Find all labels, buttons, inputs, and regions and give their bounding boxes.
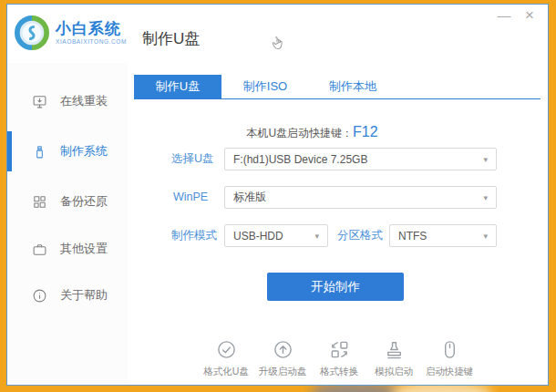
backup-restore-icon	[32, 194, 47, 210]
app-window: 小白系统 XIAOBAIXITONG.COM 制作U盘 — ×	[6, 4, 549, 386]
usb-drive-icon	[32, 144, 47, 160]
select-usb-label: 选择U盘	[171, 148, 214, 170]
brand-name: 小白系统	[56, 21, 127, 37]
chevron-down-icon: ▾	[483, 193, 488, 202]
stamp-icon	[384, 339, 405, 360]
make-mode-label: 制作模式	[171, 224, 217, 247]
titlebar: 小白系统 XIAOBAIXITONG.COM 制作U盘 — ×	[7, 5, 548, 63]
tools-row: 格式化U盘 升级启动盘 格式转换	[128, 339, 548, 392]
arrow-up-circle-icon	[273, 339, 293, 360]
hotkey-value: F12	[353, 124, 378, 139]
monitor-reinstall-icon	[32, 94, 47, 109]
sidebar-item-online-reinstall[interactable]: 在线重装	[7, 82, 128, 120]
sidebar-item-label: 其他设置	[60, 241, 108, 257]
sidebar-item-label: 制作系统	[60, 143, 108, 160]
start-make-button[interactable]: 开始制作	[267, 273, 404, 301]
sidebar-item-about-help[interactable]: 关于帮助	[7, 276, 128, 315]
make-mode-select[interactable]: USB-HDD ▾	[224, 224, 328, 247]
usb-device-select[interactable]: F:(hd1)USB Device 7.25GB ▾	[224, 148, 497, 170]
tool-label: 模拟启动	[375, 366, 413, 378]
active-indicator	[7, 131, 12, 171]
page-title: 制作U盘	[142, 28, 200, 49]
usb-device-value: F:(hd1)USB Device 7.25GB	[233, 153, 367, 166]
tool-label: 启动快捷键	[426, 366, 474, 378]
sidebar: 在线重装 制作系统 备份还原	[7, 63, 128, 385]
winpe-value: 标准版	[233, 190, 266, 205]
info-circle-icon	[32, 288, 47, 304]
partition-format-select[interactable]: NTFS ▾	[389, 224, 497, 247]
convert-icon	[329, 339, 350, 360]
sidebar-item-backup-restore[interactable]: 备份还原	[7, 182, 128, 221]
mouse-icon	[439, 339, 460, 360]
winpe-label: WinPE	[173, 186, 208, 209]
tab-make-local[interactable]: 制作本地	[309, 75, 396, 98]
tab-make-usb[interactable]: 制作U盘	[134, 75, 221, 98]
close-button[interactable]: ×	[520, 6, 539, 25]
partition-format-value: NTFS	[398, 230, 427, 242]
app-logo: 小白系统 XIAOBAIXITONG.COM	[15, 15, 127, 50]
winpe-select[interactable]: 标准版 ▾	[224, 186, 497, 209]
brand-domain: XIAOBAIXITONG.COM	[56, 39, 127, 46]
sidebar-item-label: 备份还原	[60, 193, 108, 210]
chevron-down-icon: ▾	[483, 155, 488, 164]
minimize-button[interactable]: —	[495, 6, 513, 25]
make-mode-value: USB-HDD	[233, 230, 283, 242]
hand-cursor-icon	[268, 32, 288, 59]
tool-boot-hotkey[interactable]: 启动快捷键	[417, 339, 482, 378]
sidebar-item-label: 在线重装	[60, 93, 108, 109]
partition-format-label: 分区格式	[337, 224, 383, 247]
hotkey-hint-text: 本机U盘启动快捷键：	[246, 127, 353, 139]
tool-label: 格式转换	[320, 366, 358, 378]
chevron-down-icon: ▾	[483, 232, 488, 241]
sidebar-item-make-system[interactable]: 制作系统	[7, 132, 128, 170]
tab-bar: 制作U盘 制作ISO 制作本地	[134, 75, 541, 99]
sidebar-item-label: 关于帮助	[60, 287, 108, 304]
sidebar-item-other-settings[interactable]: 其他设置	[7, 230, 128, 268]
main-panel: 制作U盘 制作ISO 制作本地 本机U盘启动快捷键：F12 选择U盘 F:(hd…	[128, 63, 548, 385]
boot-hotkey-hint: 本机U盘启动快捷键：F12	[128, 124, 497, 141]
tool-label: 升级启动盘	[259, 366, 307, 378]
desktop-background: 小白系统 XIAOBAIXITONG.COM 制作U盘 — ×	[0, 0, 556, 392]
tool-label: 格式化U盘	[203, 366, 249, 378]
logo-swirl-icon	[15, 15, 49, 50]
tab-make-iso[interactable]: 制作ISO	[221, 75, 309, 98]
check-circle-icon	[216, 339, 237, 360]
settings-case-icon	[32, 242, 47, 257]
chevron-down-icon: ▾	[314, 232, 319, 241]
